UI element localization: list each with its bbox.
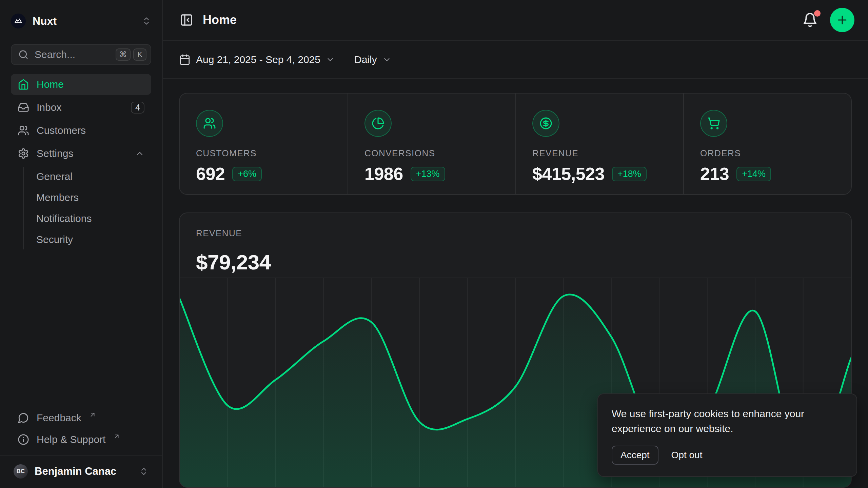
chevron-down-icon — [382, 55, 391, 64]
stat-value: 692 — [196, 164, 225, 184]
revenue-chart-total: $79,234 — [196, 251, 835, 273]
sidebar: Nuxt Search... ⌘ K Home — [0, 0, 163, 488]
external-link-icon — [89, 411, 96, 419]
toolbar: Aug 21, 2025 - Sep 4, 2025 Daily — [163, 41, 868, 79]
revenue-chart-label: REVENUE — [196, 228, 835, 239]
page-title: Home — [203, 13, 237, 27]
sidebar-item-label: Help & Support — [37, 434, 105, 445]
sidebar-item-label: Inbox — [37, 102, 61, 113]
notifications-button[interactable] — [800, 10, 820, 30]
users-icon — [18, 125, 29, 136]
sidebar-item-notifications[interactable]: Notifications — [24, 209, 151, 228]
chevrons-up-down-icon — [142, 16, 151, 26]
stat-value: 1986 — [364, 164, 403, 184]
cookie-banner: We use first-party cookies to enhance yo… — [597, 393, 857, 477]
sidebar-subitem-label: Security — [36, 234, 73, 245]
stat-label: CONVERSIONS — [364, 148, 502, 159]
cookie-message: We use first-party cookies to enhance yo… — [612, 406, 822, 436]
user-name: Benjamin Canac — [35, 465, 116, 477]
stat-label: ORDERS — [700, 148, 837, 159]
plus-icon — [836, 14, 849, 26]
settings-subnav: General Members Notifications Security — [23, 167, 151, 249]
cookie-actions: Accept Opt out — [612, 446, 843, 465]
sidebar-subitem-label: Notifications — [36, 213, 92, 224]
gear-icon — [18, 148, 29, 159]
add-button[interactable] — [830, 8, 854, 32]
sidebar-footer-nav: Feedback Help & Support — [11, 408, 151, 449]
circle-dollar-icon — [532, 110, 559, 137]
stat-card-orders[interactable]: ORDERS 213 +14% — [683, 94, 851, 194]
sidebar-nav: Home Inbox 4 Customers Settings — [11, 74, 151, 249]
inbox-count-badge: 4 — [131, 102, 144, 114]
user-menu[interactable]: BC Benjamin Canac — [11, 463, 151, 480]
stat-label: REVENUE — [532, 148, 670, 159]
calendar-icon — [179, 54, 191, 65]
date-range-picker[interactable]: Aug 21, 2025 - Sep 4, 2025 — [179, 54, 335, 65]
inbox-icon — [18, 102, 29, 113]
app-root: Nuxt Search... ⌘ K Home — [0, 0, 868, 488]
sidebar-item-inbox[interactable]: Inbox 4 — [11, 97, 151, 118]
sidebar-divider — [0, 455, 162, 456]
sidebar-item-feedback[interactable]: Feedback — [11, 408, 151, 428]
sidebar-item-general[interactable]: General — [24, 167, 151, 186]
sidebar-item-home[interactable]: Home — [11, 74, 151, 95]
sidebar-item-customers[interactable]: Customers — [11, 120, 151, 141]
sidebar-subitem-label: Members — [36, 192, 79, 203]
search-shortcut: ⌘ K — [116, 48, 146, 61]
stat-delta-badge: +6% — [232, 167, 262, 181]
stat-value: $415,523 — [532, 164, 605, 184]
kbd-k: K — [133, 48, 146, 61]
shopping-cart-icon — [700, 110, 727, 137]
sidebar-item-settings[interactable]: Settings — [11, 143, 151, 164]
stats-row: CUSTOMERS 692 +6% CONVERSIONS 1986 +13% — [179, 93, 852, 195]
notification-dot — [814, 10, 821, 17]
header: Home — [163, 0, 868, 41]
users-icon — [196, 110, 223, 137]
stat-label: CUSTOMERS — [196, 148, 334, 159]
home-icon — [18, 79, 29, 90]
chevron-up-icon — [135, 149, 144, 158]
avatar: BC — [14, 464, 28, 479]
granularity-select[interactable]: Daily — [354, 54, 391, 65]
stat-delta-badge: +13% — [411, 167, 445, 181]
nuxt-logo-icon — [11, 14, 26, 28]
panel-left-close-icon — [180, 13, 193, 27]
stat-card-conversions[interactable]: CONVERSIONS 1986 +13% — [348, 94, 515, 194]
stat-card-customers[interactable]: CUSTOMERS 692 +6% — [180, 94, 348, 194]
search-placeholder: Search... — [35, 49, 75, 60]
sidebar-subitem-label: General — [36, 171, 73, 182]
sidebar-item-help-support[interactable]: Help & Support — [11, 430, 151, 449]
chevrons-up-down-icon — [139, 467, 149, 476]
workspace-switcher[interactable]: Nuxt — [11, 14, 151, 28]
accept-button[interactable]: Accept — [612, 446, 658, 465]
stat-card-revenue[interactable]: REVENUE $415,523 +18% — [515, 94, 683, 194]
revenue-chart-header: REVENUE $79,234 — [180, 213, 851, 273]
sidebar-item-label: Customers — [37, 125, 86, 136]
stat-delta-badge: +18% — [612, 167, 647, 181]
opt-out-button[interactable]: Opt out — [671, 446, 703, 464]
sidebar-item-label: Home — [37, 79, 64, 90]
sidebar-spacer — [11, 249, 151, 408]
message-circle-icon — [18, 412, 29, 424]
chevron-down-icon — [326, 55, 335, 64]
stat-value: 213 — [700, 164, 729, 184]
stat-delta-badge: +14% — [736, 167, 771, 181]
workspace-name: Nuxt — [33, 15, 57, 27]
sidebar-item-label: Settings — [37, 148, 73, 159]
sidebar-item-security[interactable]: Security — [24, 230, 151, 249]
header-actions — [800, 8, 854, 32]
external-link-icon — [113, 433, 120, 440]
info-icon — [18, 434, 29, 445]
collapse-sidebar-button[interactable] — [178, 11, 195, 29]
search-icon — [18, 49, 28, 60]
search-input[interactable]: Search... ⌘ K — [11, 44, 151, 65]
kbd-cmd: ⌘ — [116, 48, 131, 61]
date-range-value: Aug 21, 2025 - Sep 4, 2025 — [196, 54, 320, 65]
granularity-value: Daily — [354, 54, 377, 65]
pie-chart-icon — [364, 110, 392, 137]
sidebar-item-members[interactable]: Members — [24, 188, 151, 207]
sidebar-item-label: Feedback — [37, 412, 81, 424]
